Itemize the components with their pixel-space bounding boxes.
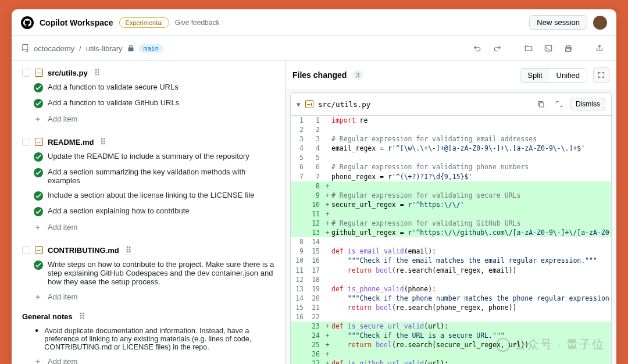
task-item[interactable]: Add a section summarizing the key valida… — [34, 165, 279, 188]
plus-icon: ＋ — [34, 223, 42, 231]
plus-icon: ＋ — [34, 358, 42, 365]
redo-button[interactable] — [490, 41, 505, 56]
chevron-down-icon[interactable]: ▾ — [297, 100, 301, 109]
svg-rect-3 — [539, 102, 543, 106]
app-title: Copilot Workspace — [40, 18, 113, 27]
add-item-button[interactable]: ＋Add item — [34, 219, 279, 235]
copy-button[interactable] — [533, 97, 548, 112]
repo-subheader: octocademy / utils-library main — [12, 36, 616, 61]
plus-icon: ＋ — [34, 115, 42, 123]
unified-view-button[interactable]: Unified — [550, 69, 587, 82]
undo-button[interactable] — [470, 41, 485, 56]
diff-file-icon — [305, 100, 313, 108]
drag-handle-icon[interactable]: ⠿ — [98, 137, 108, 147]
diff-panel: Files changed 3 Split Unified ▾ src/util… — [285, 61, 616, 364]
task-file-name[interactable]: src/utils.py — [48, 69, 88, 77]
check-icon — [34, 83, 43, 92]
add-item-button[interactable]: ＋Add item — [34, 289, 279, 305]
branch-badge[interactable]: main — [139, 44, 164, 53]
diff-file-icon — [35, 69, 43, 77]
drag-handle-icon[interactable]: ⠿ — [124, 245, 133, 255]
app-header: Copilot Workspace Experimental Give feed… — [12, 9, 616, 36]
task-checkbox[interactable] — [22, 246, 30, 254]
feedback-link[interactable]: Give feedback — [175, 19, 220, 27]
check-icon — [34, 152, 43, 162]
note-item: • Avoid duplicate documentation and info… — [35, 324, 279, 354]
svg-rect-0 — [545, 45, 551, 51]
check-icon — [34, 260, 43, 270]
svg-rect-1 — [566, 49, 571, 51]
experimental-badge: Experimental — [119, 17, 169, 28]
diff-file-icon — [35, 246, 43, 254]
folder-button[interactable] — [521, 41, 536, 56]
diff-view-toggle: Split Unified — [520, 68, 587, 83]
lock-icon — [127, 45, 134, 52]
split-view-button[interactable]: Split — [520, 69, 549, 82]
task-item[interactable]: Include a section about the license link… — [34, 188, 279, 204]
files-changed-title: Files changed — [292, 70, 347, 80]
add-item-button[interactable]: ＋Add item — [34, 111, 279, 127]
check-icon — [34, 168, 43, 177]
print-button[interactable] — [561, 41, 576, 56]
bullet-icon: • — [35, 327, 38, 351]
terminal-button[interactable] — [541, 41, 556, 56]
task-file-name[interactable]: CONTRIBUTING.md — [48, 246, 119, 255]
general-notes-title: General notes — [22, 312, 73, 321]
diff-file-name[interactable]: src/utils.py — [318, 100, 370, 109]
check-icon — [34, 191, 43, 201]
check-icon — [34, 99, 43, 108]
drag-handle-icon[interactable]: ⠿ — [92, 68, 102, 77]
diff-file-block: ▾ src/utils.py Dismiss 11import re2233# … — [290, 92, 612, 364]
expand-button[interactable] — [552, 97, 567, 112]
plus-icon: ＋ — [34, 293, 42, 301]
task-item[interactable]: Add a function to validate secure URLs — [34, 80, 279, 95]
check-icon — [34, 207, 43, 216]
files-changed-count: 3 — [352, 70, 363, 80]
new-session-button[interactable]: New session — [529, 15, 587, 30]
task-item[interactable]: Add a function to validate GitHub URLs — [34, 95, 279, 111]
repo-icon — [21, 44, 29, 52]
repo-owner[interactable]: octocademy — [34, 44, 74, 53]
plan-panel: src/utils.py⠿Add a function to validate … — [12, 61, 285, 364]
task-checkbox[interactable] — [22, 138, 30, 146]
add-note-button[interactable]: ＋ Add item — [34, 354, 279, 364]
app-logo-icon — [21, 16, 34, 29]
share-button[interactable] — [592, 41, 607, 56]
task-item[interactable]: Add a section explaining how to contribu… — [34, 204, 279, 219]
drag-handle-icon[interactable]: ⠿ — [77, 312, 87, 321]
task-file-name[interactable]: README.md — [48, 138, 94, 147]
code-diff: 11import re2233# Regular expression for … — [291, 116, 611, 364]
app-window: Copilot Workspace Experimental Give feed… — [12, 9, 616, 364]
diff-file-icon — [35, 138, 43, 146]
task-item[interactable]: Update the README to include a summary o… — [34, 149, 279, 165]
dismiss-button[interactable]: Dismiss — [570, 98, 605, 110]
task-item[interactable]: Write steps on how to contribute to the … — [34, 257, 279, 289]
user-avatar[interactable] — [593, 16, 607, 30]
task-checkbox[interactable] — [22, 69, 30, 77]
repo-name[interactable]: utils-library — [86, 44, 123, 53]
fullscreen-button[interactable] — [593, 67, 609, 83]
